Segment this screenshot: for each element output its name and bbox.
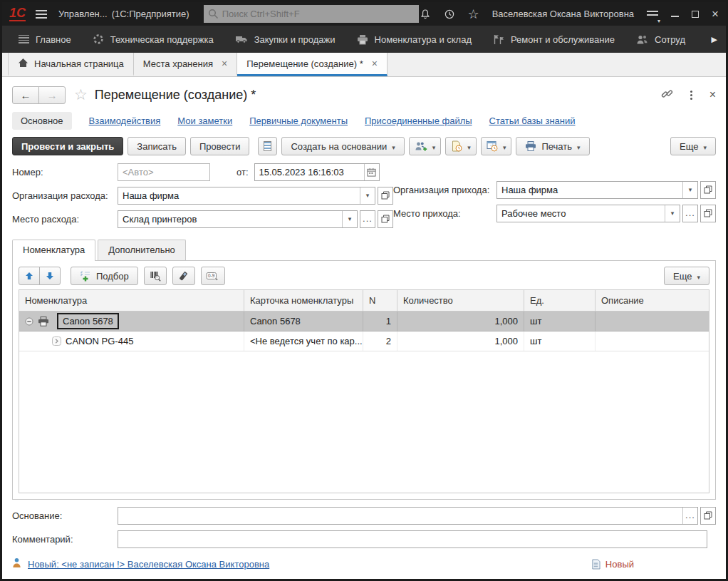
search-input[interactable]	[204, 5, 419, 23]
navlink-primary-docs[interactable]: Первичные документы	[249, 115, 348, 126]
more-button[interactable]: Еще	[670, 137, 716, 155]
tab-movement[interactable]: Перемещение (создание) * ×	[237, 53, 388, 76]
navlink-attached-files[interactable]: Присоединенные файлы	[365, 115, 472, 126]
column-header[interactable]: N	[363, 290, 397, 311]
forward-button[interactable]: →	[38, 86, 66, 104]
place-out-ellipsis-button[interactable]	[360, 210, 375, 228]
cell-description[interactable]	[596, 312, 709, 331]
data-terminal-button[interactable]	[172, 267, 195, 285]
basis-open-button[interactable]	[700, 507, 716, 525]
enter-code-button[interactable]: 0-9	[201, 267, 225, 285]
service-menu-icon[interactable]	[647, 11, 658, 18]
tab-nomenclature[interactable]: Номенклатура	[12, 240, 95, 261]
tab-storage-places[interactable]: Места хранения ×	[134, 53, 237, 76]
schedule-button[interactable]	[481, 137, 512, 155]
tab-additional[interactable]: Дополнительно	[98, 240, 186, 260]
basis-ellipsis-button[interactable]	[682, 508, 697, 524]
create-reminder-button[interactable]	[445, 137, 477, 155]
dropdown-arrow-icon[interactable]	[682, 182, 697, 198]
place-in-ellipsis-button[interactable]	[682, 205, 698, 222]
dropdown-arrow-icon[interactable]	[360, 187, 375, 204]
cell-quantity[interactable]: 1,000	[397, 331, 524, 351]
back-button[interactable]: ←	[12, 86, 39, 104]
menu-item-staff[interactable]: Сотруд	[625, 26, 696, 53]
tab-label: Перемещение (создание) *	[246, 58, 363, 69]
grid-row[interactable]: Canon 5678 Canon 5678 1 1,000 шт	[19, 312, 709, 331]
column-header[interactable]: Описание	[596, 290, 709, 311]
place-out-input[interactable]	[118, 214, 342, 225]
post-and-close-button[interactable]: Провести и закрыть	[12, 137, 123, 155]
close-tab-icon[interactable]: ×	[372, 58, 378, 68]
org-out-input[interactable]	[118, 190, 360, 201]
cell-unit[interactable]: шт	[524, 312, 596, 331]
number-field	[118, 163, 210, 181]
place-in-open-button[interactable]	[700, 205, 716, 222]
calendar-icon[interactable]	[364, 164, 379, 180]
minimize-button[interactable]	[671, 11, 679, 17]
close-window-button[interactable]: ×	[712, 8, 719, 20]
move-down-button[interactable]	[39, 267, 61, 285]
cell-card[interactable]: <Не ведется учет по кар...	[244, 331, 363, 351]
dropdown-arrow-icon[interactable]	[342, 211, 357, 227]
favorite-star-icon[interactable]: ☆	[74, 86, 88, 103]
document-state: Новый	[591, 559, 634, 570]
column-header[interactable]: Карточка номенклатуры	[244, 290, 363, 311]
history-icon[interactable]	[444, 9, 455, 20]
place-in-input[interactable]	[497, 208, 665, 219]
menu-item-repair[interactable]: Ремонт и обслуживание	[482, 26, 625, 53]
save-button[interactable]: Записать	[128, 137, 186, 155]
dropdown-arrow-icon[interactable]	[665, 205, 680, 222]
org-in-open-button[interactable]	[700, 181, 716, 199]
cell-n[interactable]: 1	[363, 312, 397, 331]
grid-row[interactable]: CANON PG-445 <Не ведется учет по кар... …	[19, 331, 709, 351]
menu-overflow-arrow[interactable]: ▶	[709, 35, 720, 44]
navlink-kb-articles[interactable]: Статьи базы знаний	[489, 115, 576, 126]
column-header[interactable]: Ед.	[524, 290, 596, 311]
cell-unit[interactable]: шт	[524, 331, 596, 351]
move-up-button[interactable]	[19, 267, 40, 285]
cell-card[interactable]: Canon 5678	[244, 312, 363, 331]
org-out-open-button[interactable]	[378, 187, 393, 205]
navlink-main[interactable]: Основное	[12, 112, 72, 130]
menu-item-main[interactable]: Главное	[8, 26, 82, 53]
pick-button[interactable]: Подбор	[71, 267, 138, 285]
cell-name[interactable]: CANON PG-445	[66, 336, 133, 346]
place-out-open-button[interactable]	[378, 210, 393, 228]
post-button[interactable]: Провести	[190, 137, 250, 155]
basis-input[interactable]	[118, 510, 682, 521]
number-input[interactable]	[118, 167, 209, 178]
cell-quantity[interactable]: 1,000	[397, 312, 524, 331]
org-in-input[interactable]	[497, 185, 682, 195]
tab-home[interactable]: Начальная страница	[8, 53, 134, 76]
column-header[interactable]: Номенклатура	[19, 290, 244, 311]
chevron-right-icon[interactable]	[52, 336, 61, 346]
more-menu-icon[interactable]	[690, 94, 692, 96]
menu-item-purchases[interactable]: Закупки и продажи	[224, 26, 346, 53]
print-button[interactable]: Печать	[516, 137, 589, 155]
date-input[interactable]	[255, 167, 364, 178]
collapse-minus-icon[interactable]	[25, 317, 33, 326]
close-tab-icon[interactable]: ×	[222, 58, 227, 68]
main-menu-hamburger-icon[interactable]	[36, 10, 47, 19]
user-name[interactable]: Васелевская Оксана Викторовна	[492, 9, 634, 19]
create-task-button[interactable]	[409, 137, 442, 155]
copy-link-icon[interactable]	[661, 88, 673, 102]
navlink-interactions[interactable]: Взаимодействия	[89, 115, 161, 126]
comment-input[interactable]	[118, 534, 707, 545]
create-based-on-button[interactable]: Создать на основании	[281, 137, 404, 155]
menu-item-nomenclature[interactable]: Номенклатура и склад	[346, 26, 482, 53]
grid-more-button[interactable]: Еще	[664, 267, 709, 285]
maximize-button[interactable]	[692, 11, 699, 18]
menu-item-support[interactable]: Техническая поддержка	[82, 26, 224, 53]
focused-cell[interactable]: Canon 5678	[57, 313, 119, 329]
notifications-bell-icon[interactable]	[420, 9, 431, 20]
cell-n[interactable]: 2	[363, 331, 397, 351]
document-register-button[interactable]	[258, 137, 277, 155]
document-status-link[interactable]: Новый: <не записан !> Васелевская Оксана…	[28, 559, 269, 570]
close-form-icon[interactable]: ×	[709, 89, 716, 101]
barcode-scan-button[interactable]	[144, 267, 167, 285]
column-header[interactable]: Количество	[397, 290, 524, 311]
favorites-star-icon[interactable]: ☆	[468, 8, 479, 21]
cell-description[interactable]	[596, 331, 709, 351]
navlink-my-notes[interactable]: Мои заметки	[177, 115, 232, 126]
